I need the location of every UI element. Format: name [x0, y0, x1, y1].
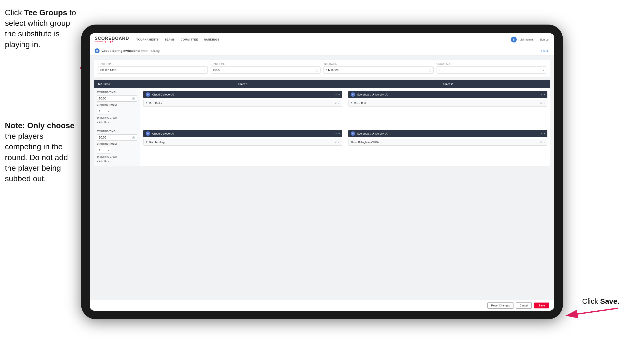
player-1-x[interactable]: ✕ — [335, 102, 337, 105]
group-2-team2-chevron[interactable]: ▾ — [544, 132, 545, 135]
starting-hole-val-1: 1 — [99, 109, 100, 113]
config-start-time: Start Time 10:00 🕐 — [211, 63, 321, 74]
add-group-2[interactable]: + Add Group — [96, 160, 137, 163]
group-2-team2-x[interactable]: ✕ — [540, 132, 542, 135]
group-2-team2-name: Scoreboard University (A) — [357, 132, 388, 135]
tee-groups-table: Tee Time Team 1 Team 2 STARTING TIME: 10… — [94, 80, 550, 166]
reset-changes-button[interactable]: Reset Changes — [488, 302, 514, 309]
starting-hole-input-1[interactable]: 1 ▾ — [96, 108, 111, 114]
player-t2-x[interactable]: ✕ — [540, 102, 542, 105]
main-content: Start Type 1st Tee Start ▾ Start Time 10… — [90, 56, 554, 300]
starting-time-input-2[interactable]: 10:05 🕐 — [96, 134, 137, 141]
config-intervals: Intervals 5 Minutes 🕐 — [324, 63, 434, 74]
pipe-separator: | — [536, 38, 536, 41]
intervals-input[interactable]: 5 Minutes 🕐 — [324, 66, 434, 74]
start-type-label: Start Type — [98, 63, 208, 65]
back-button[interactable]: ‹ Back — [541, 49, 549, 52]
remove-group-2[interactable]: 🗑 Remove Group — [96, 155, 137, 158]
top-nav: SCOREBOARD Powered by clippd TOURNAMENTS… — [90, 33, 554, 46]
logo-scoreboard: SCOREBOARD — [95, 36, 129, 40]
starting-hole-input-2[interactable]: 1 ▾ — [96, 147, 111, 153]
start-time-label: Start Time — [211, 63, 321, 65]
group-2-team1-chevron[interactable]: ▾ — [338, 132, 340, 135]
g2-p1-x[interactable]: ✕ — [335, 141, 337, 144]
group-2-team1-name: Clippd College (A) — [152, 132, 174, 135]
g2-t2-chevron[interactable]: ▾ — [544, 141, 545, 144]
group-2-team2-cell: S Scoreboard University (A) ✕ ▾ — [345, 127, 550, 166]
group-size-label: Group Size — [436, 63, 547, 65]
plus-icon-2: + — [96, 160, 98, 163]
logo-area: SCOREBOARD Powered by clippd — [95, 36, 129, 43]
starting-hole-label-1: STARTING HOLE: — [96, 104, 137, 106]
group-1-team1-x[interactable]: ✕ — [335, 93, 337, 96]
group-1-team1-chevron[interactable]: ▾ — [338, 93, 340, 96]
add-group-1[interactable]: + Add Group — [96, 121, 137, 124]
group-2-team2-card[interactable]: S Scoreboard University (A) ✕ ▾ — [348, 130, 548, 137]
starting-time-input-1[interactable]: 10:00 🕐 — [96, 95, 137, 102]
nav-tournaments[interactable]: TOURNAMENTS — [136, 37, 159, 42]
g2-t2-x[interactable]: ✕ — [540, 141, 542, 144]
starting-time-val-1: 10:00 — [99, 97, 106, 100]
player-1-chevron[interactable]: ▾ — [338, 102, 340, 105]
group-1-team1-icon: C — [146, 92, 150, 97]
start-type-value: 1st Tee Start — [100, 68, 116, 72]
group-1-team2-chevron[interactable]: ▾ — [544, 93, 545, 96]
intervals-clock-icon: 🕐 — [428, 69, 432, 71]
group-2-team1-cell: C Clippd College (A) ✕ ▾ 2. Bla — [140, 127, 345, 166]
group-1-left: STARTING TIME: 10:00 🕐 STARTING HOLE: 1 … — [94, 88, 140, 127]
instruction-note: Note: Only choose the players competing … — [5, 120, 81, 184]
player-t2-chevron[interactable]: ▾ — [544, 102, 545, 105]
group-1-team1-info: C Clippd College (A) — [146, 92, 174, 97]
hole-arrow-2: ▾ — [108, 149, 109, 152]
nav-teams[interactable]: TEAMS — [165, 37, 175, 42]
config-group-size: Group Size 2 ▾ — [436, 63, 547, 74]
starting-time-val-2: 10:05 — [99, 136, 106, 139]
group-1-team2-player-1: 1. Rees Britt ✕ ▾ — [348, 100, 548, 107]
group-1-team1-name: Clippd College (A) — [152, 93, 174, 96]
remove-group-1[interactable]: 🗑 Remove Group — [96, 116, 137, 119]
group-1-team2-icon: S — [351, 92, 355, 97]
intervals-value: 5 Minutes — [326, 68, 338, 72]
sub-header: B Clippd Spring Invitational (Men) Hosti… — [90, 46, 554, 56]
click-save-label: Click Save. — [582, 297, 620, 306]
start-time-clock-icon: 🕐 — [315, 69, 318, 71]
starting-hole-val-2: 1 — [99, 149, 100, 152]
start-type-arrow: ▾ — [204, 69, 206, 71]
breadcrumb-tag: (Men) — [141, 49, 148, 52]
breadcrumb-title: Clippd Spring Invitational — [102, 49, 140, 52]
user-avatar: B — [511, 36, 517, 42]
sign-out-link[interactable]: Sign out — [540, 38, 549, 41]
group-size-input[interactable]: 2 ▾ — [436, 66, 547, 74]
start-time-input[interactable]: 10:00 🕐 — [211, 66, 321, 74]
time-clock-icon-1: 🕐 — [132, 97, 135, 100]
nav-rankings[interactable]: RANKINGS — [204, 37, 219, 42]
tablet-frame: SCOREBOARD Powered by clippd TOURNAMENTS… — [81, 24, 563, 319]
config-start-type: Start Type 1st Tee Start ▾ — [98, 63, 208, 74]
hole-arrow-1: ▾ — [108, 110, 109, 113]
groups-container: STARTING TIME: 10:00 🕐 STARTING HOLE: 1 … — [94, 88, 550, 166]
cancel-button[interactable]: Cancel — [516, 302, 532, 309]
col-team1: Team 1 — [140, 80, 345, 88]
group-1-team2-x[interactable]: ✕ — [540, 93, 542, 96]
start-type-input[interactable]: 1st Tee Start ▾ — [98, 66, 208, 74]
tablet-screen: SCOREBOARD Powered by clippd TOURNAMENTS… — [90, 33, 554, 311]
app-container: SCOREBOARD Powered by clippd TOURNAMENTS… — [90, 33, 554, 311]
table-header: Tee Time Team 1 Team 2 — [94, 80, 550, 88]
save-button[interactable]: Save — [534, 303, 549, 309]
breadcrumb-hosting: Hosting — [150, 49, 160, 52]
g2-p1-chevron[interactable]: ▾ — [338, 141, 340, 144]
tee-groups-bold: Tee Groups — [24, 8, 67, 17]
group-row-1: STARTING TIME: 10:00 🕐 STARTING HOLE: 1 … — [94, 88, 550, 127]
group-1-team2-actions: ✕ ▾ — [540, 93, 545, 96]
trash-icon-2: 🗑 — [96, 155, 99, 158]
group-1-team2-card[interactable]: S Scoreboard University (A) ✕ ▾ — [348, 91, 548, 98]
nav-committee[interactable]: COMMITTEE — [181, 37, 198, 42]
group-2-team1-card[interactable]: C Clippd College (A) ✕ ▾ — [143, 130, 342, 137]
user-name: blair admin — [520, 38, 533, 41]
group-2-team1-player-1: 2. Blair McHarg ✕ ▾ — [143, 139, 342, 146]
group-1-team1-card[interactable]: C Clippd College (A) ✕ ▾ — [143, 91, 342, 98]
group-2-team1-x[interactable]: ✕ — [335, 132, 337, 135]
instruction-top: Click Tee Groups to select which group t… — [5, 7, 79, 50]
group-1-team2-cell: S Scoreboard University (A) ✕ ▾ — [345, 88, 550, 127]
bottom-bar: Reset Changes Cancel Save — [90, 300, 554, 311]
